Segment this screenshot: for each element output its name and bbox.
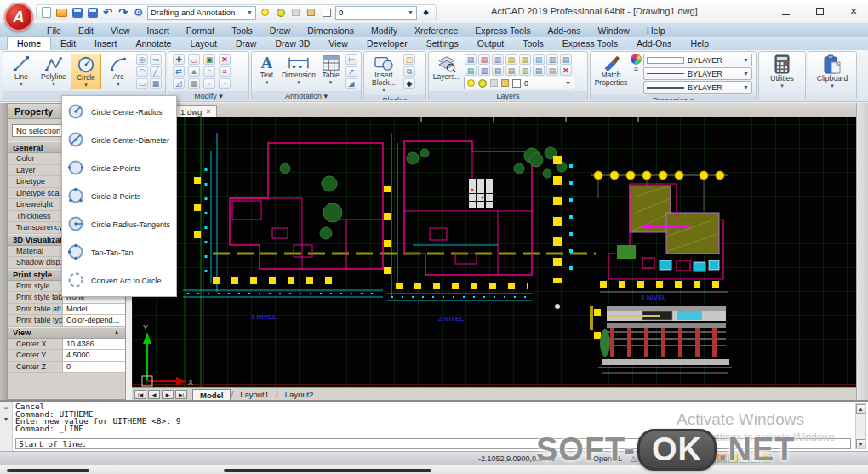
clipboard-button[interactable]: Clipboard▾ xyxy=(813,54,852,89)
tab-edit[interactable]: Edit xyxy=(51,37,85,50)
color-wheel-icon[interactable] xyxy=(631,54,642,65)
tab-express-tools[interactable]: Express Tools xyxy=(553,37,627,50)
menu-item-tools[interactable]: Tools xyxy=(224,26,260,36)
line-button[interactable]: Line▾ xyxy=(6,54,37,88)
layer-lock-icon[interactable] xyxy=(490,79,498,87)
layer-tool-icon[interactable]: ▤ xyxy=(478,54,490,65)
layer-combo[interactable]: 0 ▼ xyxy=(335,6,417,20)
text-button[interactable]: A Text▾ xyxy=(254,54,279,86)
last-tab-icon[interactable]: ▶| xyxy=(175,390,187,399)
tab-view[interactable]: View xyxy=(319,37,357,50)
property-row[interactable]: Center X10.4386 xyxy=(8,339,125,351)
pin-icon[interactable]: ◆ xyxy=(420,7,432,19)
layers-button[interactable]: Layers... xyxy=(431,54,462,81)
block-panel-label[interactable]: Block ▾ xyxy=(364,95,425,100)
menu-item-2-points[interactable]: Circle 2-Points xyxy=(62,154,176,182)
layer-tool-icon[interactable]: ▤ xyxy=(533,54,545,65)
layer-tool-icon[interactable]: ▤ xyxy=(546,66,558,76)
menu-item-3-points[interactable]: Circle 3-Points xyxy=(62,182,176,210)
layers-panel-label[interactable]: Layers xyxy=(429,91,587,100)
tab-annotate[interactable]: Annotate xyxy=(126,37,180,50)
palette-dock-strip[interactable] xyxy=(0,103,7,400)
annotation-panel-label[interactable]: Annotation ▾ xyxy=(252,91,361,100)
menu-item-edit[interactable]: Edit xyxy=(71,26,101,36)
layer-tool-icon[interactable]: ▥ xyxy=(546,54,558,65)
layer-tool-icon[interactable]: ▤ xyxy=(505,66,517,76)
tab-insert[interactable]: Insert xyxy=(85,37,126,50)
bulb-icon[interactable] xyxy=(259,7,271,19)
tab-draw-3d[interactable]: Draw 3D xyxy=(266,37,319,50)
wblock-icon[interactable]: ◆ xyxy=(403,78,415,89)
layer-freeze-icon[interactable] xyxy=(478,79,487,88)
redo-icon[interactable]: ↷ xyxy=(117,7,129,19)
tab-settings[interactable]: Settings xyxy=(417,37,468,50)
rotate-tool-icon[interactable]: ◡ xyxy=(188,54,200,65)
layer-tool-icon[interactable]: ▥ xyxy=(519,66,531,76)
layer-tool-icon[interactable]: ▥ xyxy=(492,54,504,65)
offset-tool-icon[interactable]: ≡ xyxy=(219,66,231,77)
workspace-combo[interactable]: Drafting and Annotation ▼ xyxy=(147,6,256,20)
menu-item-modify[interactable]: Modify xyxy=(363,26,405,36)
layer-tool-icon[interactable]: ▤ xyxy=(533,66,545,76)
menu-item-format[interactable]: Format xyxy=(179,26,222,36)
menu-item-center-radius[interactable]: Circle Center-Radius xyxy=(62,98,176,126)
tab-output[interactable]: Output xyxy=(468,37,514,50)
canvas-right-strip[interactable] xyxy=(856,103,868,400)
layer-state-combo[interactable]: 0 ▼ xyxy=(464,77,574,89)
array-tool-icon[interactable]: ▦ xyxy=(188,78,200,89)
tab-close-icon[interactable]: × xyxy=(206,107,210,116)
menu-item-center-diameter[interactable]: Circle Center-Diameter xyxy=(62,126,176,154)
utilities-button[interactable]: Utilities▾ xyxy=(763,54,801,89)
new-file-icon[interactable] xyxy=(40,7,53,19)
drawing-canvas[interactable]: 1 NIVEL 2 NIVEL xyxy=(132,117,856,387)
dimension-button[interactable]: Dimension▾ xyxy=(281,54,317,86)
leader-icon[interactable]: ↗ xyxy=(345,66,357,77)
undo-icon[interactable]: ↶ xyxy=(101,7,114,19)
hatch-tool-icon[interactable]: ▦ xyxy=(150,78,162,89)
block-edit-icon[interactable]: ⧉ xyxy=(403,66,415,77)
trim-tool-icon[interactable]: ∙ xyxy=(219,78,231,89)
layer-tool-icon[interactable]: ▤ xyxy=(465,54,477,65)
prev-tab-icon[interactable]: ◀ xyxy=(148,390,160,399)
layer-delete-icon[interactable]: ✕ xyxy=(560,66,572,76)
menu-item-radius-tangents[interactable]: Circle Radius-Tangents xyxy=(62,210,176,238)
tab-draw[interactable]: Draw xyxy=(226,37,266,50)
tab-developer[interactable]: Developer xyxy=(357,37,417,50)
circle-button[interactable]: Circle▾ xyxy=(71,54,101,89)
menu-item-window[interactable]: Window xyxy=(591,26,637,36)
donut-tool-icon[interactable]: ◎ xyxy=(136,54,148,65)
open-folder-icon[interactable] xyxy=(55,7,68,19)
minimize-button[interactable] xyxy=(774,3,797,19)
restore-button[interactable] xyxy=(808,3,831,19)
next-tab-icon[interactable]: ▶ xyxy=(162,390,174,399)
linetype-combo[interactable]: BYLAYER ▼ xyxy=(643,67,752,80)
scale-tool-icon[interactable]: ◿ xyxy=(173,78,185,89)
command-expand-icon[interactable]: ▾ xyxy=(4,415,8,423)
actcad-logo-icon[interactable]: A xyxy=(4,3,33,31)
menu-item-insert[interactable]: Insert xyxy=(140,26,177,36)
arc-button[interactable]: Arc▾ xyxy=(103,54,134,88)
layer-tool-icon[interactable]: ▤ xyxy=(492,66,504,76)
properties-panel-label[interactable]: Properties ▾ xyxy=(591,95,756,100)
rectangle-tool-icon[interactable]: ▭ xyxy=(136,78,148,89)
lineweight-icon[interactable]: ≡ xyxy=(634,66,638,71)
layer-tool-icon[interactable]: ▤ xyxy=(519,54,531,65)
modify-panel-label[interactable]: Modify ▾ xyxy=(168,91,248,100)
polyline-button[interactable]: Polyline▾ xyxy=(38,54,69,88)
block-attr-icon[interactable]: ◳ xyxy=(403,54,415,65)
layout-tab-layout1[interactable]: Layout1 xyxy=(233,389,276,400)
layer-tool-icon[interactable]: ▤ xyxy=(505,54,517,65)
tab-home[interactable]: Home xyxy=(7,36,51,50)
ray-tool-icon[interactable]: ╱ xyxy=(150,66,162,77)
layer-tool-icon[interactable]: ▥ xyxy=(478,66,490,76)
save-icon[interactable] xyxy=(71,7,83,19)
menu-item-draw[interactable]: Draw xyxy=(262,26,299,36)
command-close-icon[interactable]: × xyxy=(4,404,9,412)
close-button[interactable]: × xyxy=(842,3,865,19)
lineweight-combo[interactable]: BYLAYER ▼ xyxy=(643,81,752,94)
menu-item-xreference[interactable]: Xreference xyxy=(407,26,465,36)
copy-tool-icon[interactable]: ▣ xyxy=(203,54,215,65)
menu-item-convert-arc[interactable]: Convert Arc to Circle xyxy=(62,266,176,294)
menu-item-file[interactable]: File xyxy=(39,26,69,36)
section-header-view[interactable]: View▲ xyxy=(8,327,125,339)
